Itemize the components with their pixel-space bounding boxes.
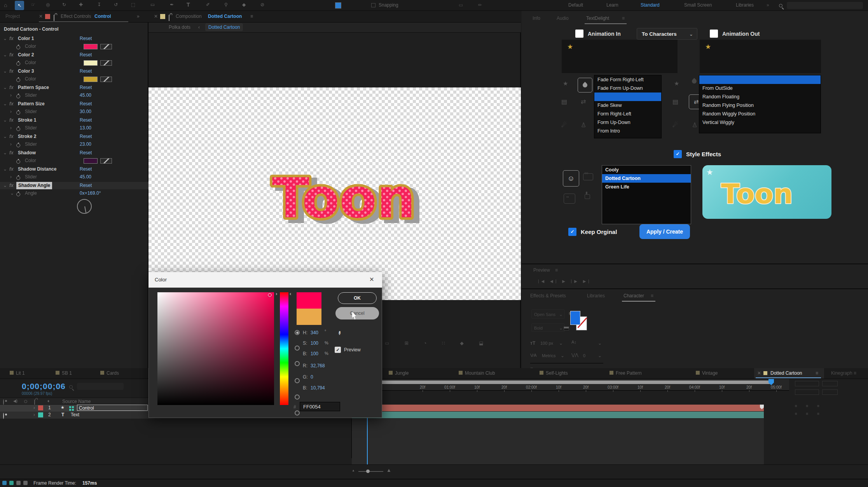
close-icon[interactable]: ✕: [39, 14, 43, 19]
tab-textdelight[interactable]: TextDelight: [586, 16, 609, 21]
comp-tab[interactable]: Mountain Club: [459, 370, 495, 376]
zoom-out-mountain-icon[interactable]: ▲: [352, 469, 355, 472]
kerning-value[interactable]: Metrics: [542, 353, 555, 358]
zoom-in-mountain-icon[interactable]: ▲: [386, 467, 391, 473]
list-item-selected[interactable]: [594, 93, 661, 101]
target-dropdown[interactable]: To Characters ⌄: [637, 28, 697, 40]
list-item[interactable]: Fade Form Right-Left: [594, 75, 661, 84]
comp-tab[interactable]: SB 1: [56, 370, 72, 376]
b2-value[interactable]: 10,794: [311, 385, 325, 391]
panel-menu-icon[interactable]: ≡: [250, 14, 253, 19]
timeline-ruler[interactable]: 20f 01:00f 10f 20f 02:00f 10f 20f 03:00f…: [352, 379, 789, 391]
shy-star-icon[interactable]: ★: [61, 405, 65, 410]
timeline-option-box[interactable]: [795, 389, 819, 395]
lock-icon[interactable]: [169, 15, 169, 21]
panel-menu-icon[interactable]: ≡: [555, 267, 558, 273]
effect-row[interactable]: ⌄fx Color 2 Reset: [0, 51, 148, 59]
close-icon[interactable]: ✕: [154, 14, 158, 19]
effect-param-row[interactable]: › Slider 45.00: [0, 173, 148, 181]
effect-param-row[interactable]: › Slider 23.00: [0, 141, 148, 148]
tab-character[interactable]: Character: [623, 293, 644, 298]
workspace-overflow-icon[interactable]: »: [767, 2, 769, 8]
tab-composition-active[interactable]: Dotted Cartoon: [208, 14, 242, 19]
r-radio[interactable]: [295, 378, 300, 383]
pan-behind-tool-icon[interactable]: ✚: [79, 2, 83, 7]
source-name-header[interactable]: Source Name: [62, 399, 91, 404]
meteor-icon[interactable]: ☄: [561, 121, 567, 129]
font-style-dropdown[interactable]: Bold⌄: [531, 323, 565, 332]
reset-link[interactable]: Reset: [80, 166, 92, 173]
panel-icon[interactable]: ▤: [561, 98, 567, 105]
status-icon[interactable]: [9, 481, 14, 485]
color-swatch[interactable]: [84, 158, 98, 164]
eyedropper-box-icon[interactable]: [100, 44, 112, 49]
stopwatch-icon[interactable]: [16, 45, 20, 49]
ok-button[interactable]: OK: [338, 292, 377, 304]
slider-value[interactable]: 45.00: [80, 92, 91, 99]
comp-tab-active[interactable]: ✕ Dotted Cartoon ≡: [754, 368, 824, 379]
angle-value[interactable]: 0x+169.0°: [80, 190, 101, 197]
workspace-tab-libraries[interactable]: Libraries: [736, 2, 754, 8]
playhead-marker[interactable]: [768, 379, 774, 385]
slider-value[interactable]: 45.00: [80, 173, 91, 181]
timeline-track-area[interactable]: [352, 419, 764, 464]
reset-link[interactable]: Reset: [80, 149, 92, 157]
person-icon[interactable]: ♙: [581, 121, 586, 129]
s-radio[interactable]: [295, 346, 300, 351]
color-swatch[interactable]: [84, 77, 98, 82]
fill-swatch[interactable]: [335, 2, 341, 9]
layer-bar-control[interactable]: [352, 405, 764, 411]
list-item[interactable]: Random Flying Position: [699, 101, 821, 110]
layer-bar-text[interactable]: [352, 412, 764, 418]
droplet-icon[interactable]: [692, 79, 697, 84]
comp-tab[interactable]: Lit 1: [10, 370, 25, 376]
lock-icon[interactable]: [54, 15, 54, 21]
panel-menu-icon[interactable]: ≡: [622, 16, 625, 21]
effect-row[interactable]: ⌄fx Stroke 2 Reset: [0, 133, 148, 140]
effect-row[interactable]: ⌄fx Stroke 1 Reset: [0, 117, 148, 124]
comp-tab[interactable]: Vintage: [696, 370, 718, 376]
person-icon[interactable]: ♙: [692, 121, 697, 129]
style-effects-checkbox[interactable]: ✓: [674, 150, 682, 158]
h-value[interactable]: 340: [311, 330, 318, 335]
g-radio[interactable]: [295, 394, 300, 400]
reset-link[interactable]: Reset: [80, 51, 92, 59]
effect-param-row[interactable]: Color: [0, 75, 148, 83]
tracking-value[interactable]: 0: [583, 353, 585, 358]
r-value[interactable]: 32,768: [311, 363, 325, 368]
stopwatch-icon[interactable]: [16, 78, 20, 82]
list-item[interactable]: Fade Skew: [594, 101, 661, 110]
reset-link[interactable]: Reset: [80, 84, 92, 91]
work-area-bar[interactable]: [352, 381, 771, 384]
tab-composition-label[interactable]: Composition: [176, 14, 202, 19]
b-radio[interactable]: [295, 361, 300, 366]
close-icon[interactable]: ✕: [757, 370, 761, 376]
default-swatches-icon[interactable]: [564, 326, 569, 330]
preset-list[interactable]: Cooly Dotted Cartoon Green Life: [602, 165, 691, 224]
camera-icon[interactable]: oo: [583, 173, 593, 180]
b2-radio[interactable]: [295, 410, 300, 415]
layer-name[interactable]: Text: [71, 412, 79, 417]
transport-controls[interactable]: |◀ ◀| ▶ |▶ ▶|: [538, 279, 592, 283]
color-dialog-titlebar[interactable]: Color ✕: [148, 272, 382, 288]
hue-strip[interactable]: [280, 292, 288, 405]
chevron-down-icon[interactable]: ⌄: [559, 340, 563, 346]
font-family-dropdown[interactable]: Open Sans⌄: [531, 309, 565, 319]
stopwatch-icon[interactable]: [16, 143, 20, 147]
slider-value[interactable]: 30.00: [80, 108, 91, 115]
color-swatch[interactable]: [84, 44, 98, 49]
hand-tool-icon[interactable]: ☞: [31, 2, 35, 7]
comp-tab[interactable]: Self-Lights: [540, 370, 568, 376]
mode-icon[interactable]: ✏: [478, 2, 482, 8]
effect-param-row[interactable]: › Slider 30.00: [0, 108, 148, 115]
list-item[interactable]: Form Right-Left: [594, 110, 661, 118]
thumbs-up-icon[interactable]: [585, 194, 590, 199]
layer-name-selected[interactable]: Control: [77, 405, 148, 411]
shuffle-icon[interactable]: ⇄: [581, 98, 586, 105]
home-icon[interactable]: ⌂: [4, 2, 7, 8]
droplet-icon[interactable]: [578, 78, 592, 93]
effect-row[interactable]: ⌄fx Color 3 Reset: [0, 68, 148, 75]
effect-row[interactable]: ⌄fx Pattern Space Reset: [0, 84, 148, 91]
stroke-swatch-icon[interactable]: ▭: [459, 2, 463, 8]
status-icon[interactable]: [2, 481, 7, 485]
